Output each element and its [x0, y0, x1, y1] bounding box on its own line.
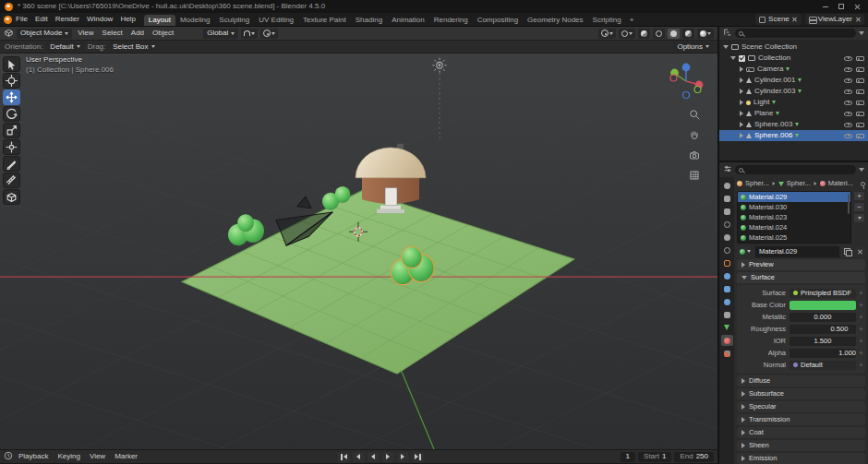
- slot-specials-button[interactable]: [853, 213, 865, 223]
- menu-keying[interactable]: Keying: [54, 453, 83, 460]
- breadcrumb-data[interactable]: Spher...: [787, 180, 811, 187]
- render-visibility-icon[interactable]: [856, 100, 864, 106]
- play-button[interactable]: [382, 452, 394, 462]
- outliner-item-sphere-003[interactable]: Sphere.003: [719, 119, 868, 130]
- keyframe-dot-icon[interactable]: [860, 339, 862, 342]
- mode-selector[interactable]: Object Mode: [17, 29, 72, 39]
- workspace-tab-layout[interactable]: Layout: [144, 15, 175, 26]
- workspace-tab-geometry-nodes[interactable]: Geometry Nodes: [523, 15, 587, 26]
- outliner-item-cylinder-001[interactable]: Cylinder.001: [719, 75, 868, 86]
- outliner-item-cylinder-003[interactable]: Cylinder.003: [719, 86, 868, 97]
- hide-eye-icon[interactable]: [844, 65, 852, 73]
- tab-view-layer[interactable]: [721, 219, 733, 230]
- breadcrumb-material[interactable]: Materi...: [828, 180, 853, 187]
- tab-physics[interactable]: [721, 296, 733, 307]
- frame-end-field[interactable]: End 250: [674, 452, 714, 462]
- drag-selector[interactable]: Select Box: [109, 42, 158, 52]
- browse-material-button[interactable]: [737, 246, 753, 257]
- shading-rendered-button[interactable]: [697, 29, 714, 39]
- subpanel-diffuse[interactable]: Diffuse: [737, 375, 865, 387]
- shader-selector[interactable]: Principled BSDF: [790, 289, 856, 298]
- material-slot[interactable]: Material.024: [738, 222, 850, 232]
- material-slot[interactable]: Material.030: [738, 202, 850, 212]
- workspace-tab-animation[interactable]: Animation: [387, 15, 429, 26]
- disclosure-icon[interactable]: [740, 100, 743, 105]
- outliner-item-plane[interactable]: Plane: [719, 108, 868, 119]
- editor-type-properties-icon[interactable]: [723, 164, 732, 175]
- tab-constraints[interactable]: [721, 309, 733, 320]
- workspace-tab-uv-editing[interactable]: UV Editing: [254, 15, 298, 26]
- menu-select[interactable]: Select: [100, 30, 126, 37]
- workspace-tab-shading[interactable]: Shading: [351, 15, 387, 26]
- workspace-tab-texture-paint[interactable]: Texture Paint: [298, 15, 351, 26]
- filter-icon[interactable]: [859, 31, 864, 35]
- frame-start-field[interactable]: Start 1: [638, 452, 671, 462]
- menu-add[interactable]: Add: [128, 30, 147, 37]
- roughness-slider[interactable]: 0.500: [790, 325, 856, 334]
- menu-render[interactable]: Render: [52, 16, 83, 23]
- orientation-selector[interactable]: Default: [46, 42, 83, 52]
- transform-orientation-selector[interactable]: Global: [203, 29, 238, 39]
- menu-window[interactable]: Window: [83, 16, 116, 23]
- menu-marker[interactable]: Marker: [111, 453, 141, 460]
- hide-eye-icon[interactable]: [844, 99, 852, 106]
- pin-icon[interactable]: [861, 182, 865, 186]
- keyframe-dot-icon[interactable]: [860, 327, 862, 330]
- metallic-slider[interactable]: 0.000: [790, 313, 856, 322]
- orthographic-grid-icon[interactable]: [689, 170, 700, 183]
- workspace-tab-compositing[interactable]: Compositing: [473, 15, 523, 26]
- tool-annotate[interactable]: [3, 156, 20, 172]
- tool-move[interactable]: [3, 89, 20, 105]
- add-workspace-button[interactable]: +: [626, 15, 638, 26]
- editor-type-3d-viewport-icon[interactable]: [4, 28, 14, 40]
- scene-selector[interactable]: Scene: [755, 14, 802, 25]
- add-slot-button[interactable]: +: [853, 191, 865, 201]
- tool-select-box[interactable]: [3, 56, 20, 72]
- base-color-swatch[interactable]: [790, 301, 856, 310]
- outliner-search-input[interactable]: [735, 29, 856, 38]
- preview-panel-header[interactable]: Preview: [737, 259, 865, 270]
- tab-object[interactable]: [721, 257, 733, 268]
- hide-eye-icon[interactable]: [844, 88, 852, 95]
- menu-object[interactable]: Object: [150, 30, 176, 37]
- menu-view[interactable]: View: [75, 30, 96, 37]
- overlays-toggle[interactable]: [619, 29, 635, 39]
- surface-panel-header[interactable]: Surface: [737, 272, 865, 283]
- disclosure-icon[interactable]: [740, 66, 743, 72]
- subpanel-specular[interactable]: Specular: [737, 401, 865, 412]
- keyframe-dot-icon[interactable]: [860, 351, 862, 354]
- tab-modifiers[interactable]: [721, 270, 733, 281]
- workspace-tab-scripting[interactable]: Scripting: [588, 15, 626, 26]
- disclosure-icon[interactable]: [740, 133, 743, 138]
- material-slot-list[interactable]: Material.029 Material.030 Material.023: [737, 191, 851, 244]
- hide-eye-icon[interactable]: [844, 54, 852, 62]
- tool-add-cube[interactable]: [3, 189, 20, 205]
- filter-icon[interactable]: [859, 168, 864, 172]
- outliner-item-scene-collection[interactable]: Scene Collection: [719, 42, 868, 53]
- tab-material[interactable]: [721, 335, 733, 346]
- keyframe-dot-icon[interactable]: [860, 303, 862, 306]
- hide-eye-icon[interactable]: [844, 77, 852, 84]
- collection-checkbox[interactable]: [739, 55, 745, 62]
- breadcrumb-object[interactable]: Spher...: [745, 180, 769, 187]
- disclosure-icon[interactable]: [740, 77, 743, 83]
- disclosure-icon[interactable]: [740, 111, 743, 116]
- material-name-field[interactable]: Material.029: [755, 246, 839, 257]
- scene-unlink-icon[interactable]: [792, 17, 798, 22]
- gizmos-toggle[interactable]: [598, 29, 616, 39]
- workspace-tab-sculpting[interactable]: Sculpting: [214, 15, 254, 26]
- disclosure-icon[interactable]: [730, 56, 736, 60]
- normal-selector[interactable]: Default: [790, 361, 856, 370]
- menu-edit[interactable]: Edit: [31, 16, 52, 23]
- proportional-editing-toggle[interactable]: [260, 29, 278, 39]
- editor-type-timeline-icon[interactable]: [4, 451, 13, 462]
- shading-material-button[interactable]: [682, 29, 694, 39]
- close-icon[interactable]: [854, 4, 861, 10]
- tool-options-button[interactable]: Options: [673, 42, 713, 52]
- outliner-item-sphere-006[interactable]: Sphere.006: [719, 130, 868, 141]
- hide-eye-icon[interactable]: [844, 121, 852, 128]
- subpanel-subsurface[interactable]: Subsurface: [737, 388, 865, 399]
- editor-type-outliner-icon[interactable]: [723, 28, 732, 39]
- minimize-icon[interactable]: [823, 6, 828, 7]
- unlink-material-button[interactable]: [854, 246, 865, 257]
